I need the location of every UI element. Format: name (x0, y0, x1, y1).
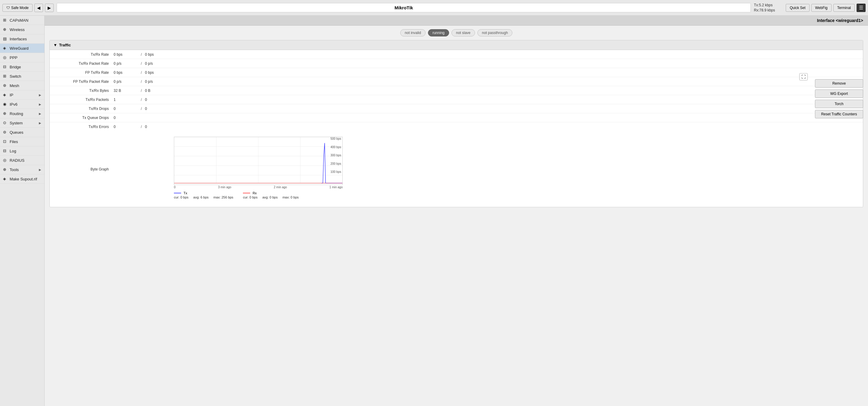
sidebar-icon-8: ◈ (3, 93, 8, 97)
traffic-val2-5: 0 (145, 98, 169, 102)
status-badge-not-slave: not slave (452, 29, 475, 36)
byte-graph-row: Byte Graph (50, 131, 863, 207)
sidebar-icon-15: ◎ (3, 158, 8, 163)
sidebar-label-13: Files (10, 139, 18, 144)
sidebar-icon-12: ⊜ (3, 130, 8, 135)
rx-avg: avg: 0 bps (262, 196, 278, 199)
sidebar-icon-0: ⊞ (3, 18, 8, 23)
sidebar-label-8: IP (10, 93, 13, 97)
sidebar-item-routing[interactable]: ⊕ Routing ▶ (0, 109, 44, 119)
tx-legend-label: Tx (184, 191, 187, 195)
traffic-val1-8: 0 (114, 125, 138, 129)
sidebar-icon-5: ⊟ (3, 64, 8, 69)
tx-value: Tx:5.2 kbps (754, 3, 784, 8)
torch-button[interactable]: Torch (815, 100, 863, 108)
expand-button[interactable]: ⛶ (799, 73, 808, 80)
traffic-sep-3: / (138, 79, 145, 84)
sidebar-item-files[interactable]: ⊡ Files (0, 137, 44, 146)
sidebar-label-5: Bridge (10, 65, 21, 69)
sidebar-label-14: Log (10, 149, 16, 153)
menu-button[interactable]: ☰ (857, 4, 866, 12)
traffic-label-1: Tx/Rx Packet Rate (53, 62, 114, 66)
traffic-label-0: Tx/Rx Rate (53, 53, 114, 57)
sidebar-item-ipv6[interactable]: ◉ IPv6 ▶ (0, 100, 44, 109)
quick-set-button[interactable]: Quick Set (786, 4, 809, 12)
interface-title: Interface <wireguard1> (817, 18, 863, 23)
sidebar-icon-7: ⊛ (3, 83, 8, 88)
byte-graph-svg (174, 137, 342, 184)
sidebar-item-make-supout.rif[interactable]: ◈ Make Supout.rif (0, 174, 44, 184)
sidebar-item-ppp[interactable]: ◎ PPP (0, 53, 44, 62)
sidebar-icon-1: ⊕ (3, 27, 8, 32)
traffic-val2-2: 0 bps (145, 70, 169, 75)
section-label: Traffic (59, 43, 71, 47)
safe-mode-button[interactable]: 🛡 Safe Mode (2, 4, 33, 12)
sidebar-label-9: IPv6 (10, 102, 18, 107)
sidebar-label-10: Routing (10, 111, 23, 116)
rx-legend: Rx cur: 0 bps avg: 0 bps max: 0 bps (243, 191, 299, 199)
traffic-sep-4: / (138, 89, 145, 93)
sidebar-label-15: RADIUS (10, 158, 24, 163)
traffic-val2-3: 0 p/s (145, 79, 169, 84)
terminal-button[interactable]: Terminal (833, 4, 855, 12)
sidebar-icon-3: ◈ (3, 46, 8, 50)
rx-cur: cur: 0 bps (243, 196, 257, 199)
traffic-val1-0: 0 bps (114, 53, 138, 57)
traffic-val1-7: 0 (114, 116, 138, 120)
sidebar-item-ip[interactable]: ◈ IP ▶ (0, 90, 44, 100)
reset-traffic-button[interactable]: Reset Traffic Counters (815, 110, 863, 119)
sidebar-item-tools[interactable]: ⊕ Tools ▶ (0, 165, 44, 174)
sidebar-item-system[interactable]: ⊙ System ▶ (0, 119, 44, 128)
traffic-val2-0: 0 bps (145, 53, 169, 57)
traffic-val1-6: 0 (114, 107, 138, 111)
traffic-label-3: FP Tx/Rx Packet Rate (53, 79, 114, 84)
section-header[interactable]: ▼ Traffic (50, 40, 863, 50)
traffic-val1-1: 0 p/s (114, 62, 138, 66)
traffic-row-6: Tx/Rx Drops 0 / 0 (50, 104, 863, 113)
sidebar-icon-14: ⊟ (3, 148, 8, 153)
sidebar-arrow-10: ▶ (39, 112, 41, 115)
sidebar-label-6: Switch (10, 74, 21, 79)
top-bar: 🛡 Safe Mode ◀ ▶ MikroTik Tx:5.2 kbps Rx:… (0, 0, 868, 16)
remove-button[interactable]: Remove (815, 79, 863, 88)
sidebar-item-radius[interactable]: ◎ RADIUS (0, 156, 44, 165)
safe-mode-label: Safe Mode (11, 6, 29, 10)
sidebar-label-12: Queues (10, 130, 24, 135)
traffic-val2-4: 0 B (145, 89, 169, 93)
sidebar-item-log[interactable]: ⊟ Log (0, 146, 44, 156)
forward-button[interactable]: ▶ (45, 4, 54, 12)
sidebar-item-wireless[interactable]: ⊕ Wireless (0, 25, 44, 34)
traffic-val1-2: 0 bps (114, 70, 138, 75)
sidebar-item-queues[interactable]: ⊜ Queues (0, 128, 44, 137)
traffic-label-8: Tx/Rx Errors (53, 125, 114, 129)
sidebar-label-3: WireGuard (10, 46, 29, 50)
tx-cur: cur: 0 bps (174, 196, 188, 199)
sidebar-arrow-8: ▶ (39, 93, 41, 97)
sidebar-item-mesh[interactable]: ⊛ Mesh (0, 81, 44, 90)
webfig-button[interactable]: WebFig (811, 4, 832, 12)
sidebar: ⊞ CAPsMAN ⊕ Wireless ▤ Interfaces ◈ Wire… (0, 16, 44, 406)
sidebar-label-7: Mesh (10, 83, 19, 88)
tx-rx-info: Tx:5.2 kbps Rx:78.9 kbps (754, 3, 784, 13)
traffic-row-3: FP Tx/Rx Packet Rate 0 p/s / 0 p/s (50, 77, 863, 86)
sidebar-icon-10: ⊕ (3, 111, 8, 116)
traffic-val1-4: 32 B (114, 89, 138, 93)
back-button[interactable]: ◀ (34, 4, 43, 12)
sidebar-item-switch[interactable]: ⊞ Switch (0, 72, 44, 81)
traffic-row-5: Tx/Rx Packets 1 / 0 (50, 95, 863, 104)
status-badge-not-invalid: not invalid (400, 29, 426, 36)
sidebar-item-capsman[interactable]: ⊞ CAPsMAN (0, 16, 44, 25)
sidebar-item-bridge[interactable]: ⊟ Bridge (0, 62, 44, 72)
sidebar-label-1: Wireless (10, 27, 25, 32)
app-title: MikroTik (57, 3, 751, 12)
sidebar-item-interfaces[interactable]: ▤ Interfaces (0, 34, 44, 44)
tx-avg: avg: 6 bps (193, 196, 209, 199)
tx-color-swatch (174, 193, 181, 193)
wg-export-button[interactable]: WG Export (815, 90, 863, 98)
traffic-row-2: FP Tx/Rx Rate 0 bps / 0 bps (50, 68, 863, 77)
sidebar-label-4: PPP (10, 56, 18, 60)
action-buttons: Remove WG Export Torch Reset Traffic Cou… (815, 79, 863, 119)
traffic-row-7: Tx Queue Drops 0 (50, 113, 863, 122)
interface-header: Interface <wireguard1> (44, 16, 868, 26)
sidebar-item-wireguard[interactable]: ◈ WireGuard (0, 44, 44, 53)
